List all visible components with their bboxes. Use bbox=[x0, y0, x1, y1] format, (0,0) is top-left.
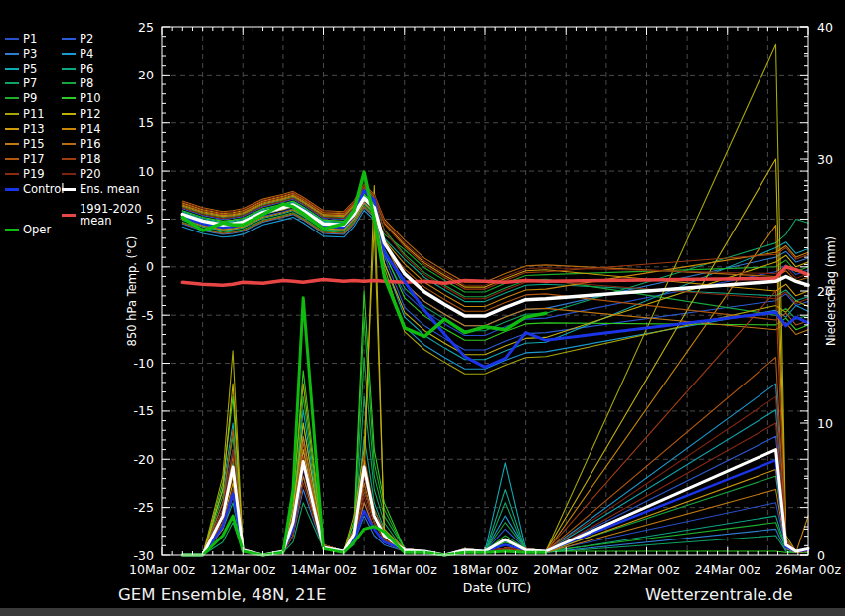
legend-item-p14: P14 bbox=[62, 123, 101, 135]
legend-line-swatch bbox=[5, 128, 19, 130]
legend-item-p6: P6 bbox=[62, 63, 93, 75]
legend-label: P1 bbox=[23, 33, 37, 45]
legend-label: P13 bbox=[23, 123, 45, 135]
legend-line-swatch bbox=[5, 38, 19, 40]
x-tick-label: 26Mar 00z bbox=[775, 562, 841, 577]
x-tick-label: 24Mar 00z bbox=[695, 562, 760, 577]
y-left-tick-label: -10 bbox=[134, 356, 154, 371]
legend-item-p19: P19 bbox=[5, 168, 45, 180]
legend-item-p16: P16 bbox=[62, 138, 101, 150]
y-right-tick-label: 40 bbox=[817, 20, 833, 35]
legend-line-swatch bbox=[5, 143, 19, 145]
legend-line-swatch bbox=[5, 158, 19, 160]
y-left-tick-label: 0 bbox=[146, 259, 154, 274]
legend-item-p20: P20 bbox=[62, 168, 101, 180]
legend-line-swatch bbox=[62, 158, 76, 160]
x-tick-label: 20Mar 00z bbox=[533, 562, 598, 577]
legend-item-p7: P7 bbox=[5, 77, 37, 89]
legend-label: P15 bbox=[23, 138, 45, 150]
legend-item-p2: P2 bbox=[62, 33, 93, 45]
legend-item-p3: P3 bbox=[5, 48, 37, 60]
legend-line-swatch bbox=[62, 53, 76, 55]
legend: P1P2P3P4P5P6P7P8P9P10P11P12P13P14P15P16P… bbox=[0, 0, 159, 258]
x-tick-label: 12Mar 00z bbox=[210, 562, 275, 577]
legend-label: P9 bbox=[23, 92, 37, 104]
legend-label: P19 bbox=[23, 168, 45, 180]
y-left-tick-label: -15 bbox=[134, 403, 154, 418]
legend-line-swatch bbox=[5, 97, 19, 99]
legend-label: P8 bbox=[80, 77, 93, 89]
legend-line-swatch bbox=[62, 128, 76, 130]
legend-item-p4: P4 bbox=[62, 48, 93, 60]
legend-line-swatch bbox=[5, 173, 19, 175]
legend-item-p15: P15 bbox=[5, 138, 45, 150]
legend-line-swatch bbox=[62, 82, 76, 84]
y-right-axis-title: Niederschlag (mm) bbox=[824, 236, 838, 346]
x-tick-label: 14Mar 00z bbox=[291, 562, 357, 577]
legend-line-swatch bbox=[62, 214, 76, 217]
x-axis-title: Date (UTC) bbox=[427, 580, 567, 595]
bottom-strip bbox=[0, 608, 845, 616]
legend-line-swatch bbox=[5, 229, 19, 231]
legend-label: Ens. mean bbox=[80, 183, 139, 195]
y-left-tick-label: -30 bbox=[134, 548, 154, 563]
legend-label: P5 bbox=[23, 63, 37, 75]
legend-label: Oper bbox=[23, 224, 51, 235]
legend-label: Control bbox=[23, 183, 65, 195]
footer-site-name: Wetterzentrale.de bbox=[645, 585, 793, 604]
y-right-tick-label: 10 bbox=[817, 416, 833, 431]
legend-line-swatch bbox=[62, 38, 76, 40]
legend-item-p5: P5 bbox=[5, 63, 37, 75]
legend-label: P12 bbox=[80, 108, 101, 120]
legend-item-p10: P10 bbox=[62, 92, 101, 104]
y-right-tick-label: 30 bbox=[817, 152, 833, 167]
legend-item-p9: P9 bbox=[5, 92, 37, 104]
legend-label: P17 bbox=[23, 153, 45, 165]
legend-label: P7 bbox=[23, 77, 37, 89]
legend-label: P11 bbox=[23, 108, 45, 120]
legend-line-swatch bbox=[5, 53, 19, 55]
y-right-tick-label: 0 bbox=[817, 548, 825, 563]
legend-item-p8: P8 bbox=[62, 77, 93, 89]
legend-label: P6 bbox=[80, 63, 93, 75]
legend-line-swatch bbox=[62, 173, 76, 175]
legend-item-p12: P12 bbox=[62, 108, 101, 120]
legend-line-swatch bbox=[5, 188, 19, 191]
legend-line-swatch bbox=[62, 97, 76, 99]
footer-model-info: GEM Ensemble, 48N, 21E bbox=[118, 585, 326, 604]
x-tick-label: 16Mar 00z bbox=[372, 562, 437, 577]
legend-label: 1991-2020 mean bbox=[80, 203, 151, 227]
legend-item-ens-mean: Ens. mean bbox=[62, 183, 139, 195]
legend-label: P3 bbox=[23, 48, 37, 60]
legend-line-swatch bbox=[5, 82, 19, 84]
legend-line-swatch bbox=[62, 68, 76, 70]
x-tick-label: 18Mar 00z bbox=[452, 562, 518, 577]
legend-line-swatch bbox=[5, 68, 19, 70]
legend-line-swatch bbox=[62, 113, 76, 115]
legend-line-swatch bbox=[62, 188, 76, 191]
wetterzentrale-ensemble-chart-page: Miskolc (HU) 850 hPa Temp. & Niederschla… bbox=[0, 0, 845, 616]
legend-label: P14 bbox=[80, 123, 101, 135]
y-left-tick-label: -5 bbox=[142, 308, 154, 323]
y-left-tick-label: -25 bbox=[134, 500, 154, 515]
legend-item-oper: Oper bbox=[5, 224, 51, 235]
legend-item-1991-2020-mean: 1991-2020 mean bbox=[62, 209, 151, 221]
x-tick-label: 10Mar 00z bbox=[129, 562, 195, 577]
legend-label: P10 bbox=[80, 92, 101, 104]
legend-item-p18: P18 bbox=[62, 153, 101, 165]
legend-label: P20 bbox=[80, 168, 101, 180]
legend-label: P18 bbox=[80, 153, 101, 165]
legend-item-p11: P11 bbox=[5, 108, 45, 120]
legend-line-swatch bbox=[5, 113, 19, 115]
legend-item-control: Control bbox=[5, 183, 65, 195]
legend-item-p13: P13 bbox=[5, 123, 45, 135]
x-tick-label: 22Mar 00z bbox=[614, 562, 680, 577]
y-left-tick-label: -20 bbox=[134, 452, 154, 467]
legend-item-p17: P17 bbox=[5, 153, 45, 165]
legend-line-swatch bbox=[62, 143, 76, 145]
legend-item-p1: P1 bbox=[5, 33, 37, 45]
legend-label: P16 bbox=[80, 138, 101, 150]
legend-label: P2 bbox=[80, 33, 93, 45]
legend-label: P4 bbox=[80, 48, 93, 60]
